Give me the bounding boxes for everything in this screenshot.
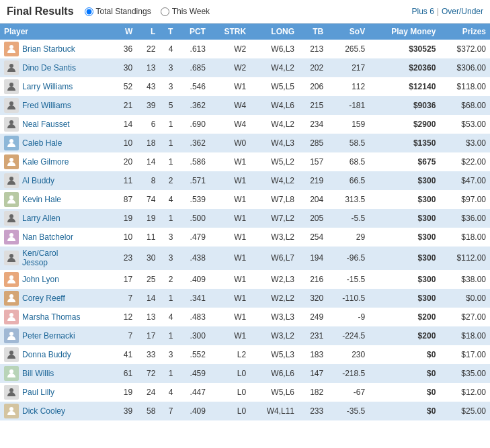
player-cell: Larry Allen [0, 209, 114, 228]
cell-sov: -96.5 [327, 247, 369, 270]
total-standings-option[interactable]: Total Standings [85, 7, 151, 16]
svg-point-15 [9, 332, 13, 336]
results-table: Player W L T PCT STRK LONG TB SoV Play M… [0, 24, 490, 420]
player-name[interactable]: Kevin Hale [22, 195, 61, 204]
cell-w: 19 [114, 209, 136, 228]
cell-prizes: $0.00 [440, 289, 490, 308]
player-cell: Larry Williams [0, 77, 114, 96]
cell-t: 7 [159, 402, 177, 420]
cell-sov: -218.5 [327, 364, 369, 383]
avatar [4, 211, 19, 226]
cell-w: 11 [114, 171, 136, 190]
cell-tb: 206 [298, 77, 327, 96]
cell-w: 19 [114, 383, 136, 402]
cell-pct: .341 [177, 289, 210, 308]
table-row: Corey Reeff 7141.341W1W2,L2320-110.5$300… [0, 289, 490, 308]
cell-sov: -181 [327, 96, 369, 115]
cell-strk: W1 [210, 247, 250, 270]
cell-w: 7 [114, 289, 136, 308]
cell-strk: L0 [210, 364, 250, 383]
svg-point-2 [9, 83, 13, 87]
cell-prizes: $372.00 [440, 40, 490, 58]
cell-t: 1 [159, 289, 177, 308]
cell-tb: 213 [298, 40, 327, 58]
cell-l: 13 [136, 308, 159, 326]
cell-t: 1 [159, 364, 177, 383]
player-name[interactable]: Brian Starbuck [22, 44, 75, 54]
player-name[interactable]: Nan Batchelor [22, 232, 73, 242]
cell-sov: 58.5 [327, 134, 369, 152]
page-header: Final Results Total Standings This Week … [0, 0, 490, 24]
cell-sov: 265.5 [327, 40, 369, 58]
cell-long: W4,L6 [250, 96, 298, 115]
player-name[interactable]: Al Buddy [22, 176, 54, 185]
cell-t: 2 [159, 270, 177, 289]
player-cell: Marsha Thomas [0, 308, 114, 326]
cell-l: 11 [136, 228, 159, 247]
cell-play-money: $300 [369, 228, 440, 247]
player-name[interactable]: Donna Buddy [22, 350, 71, 359]
cell-long: W7,L8 [250, 190, 298, 209]
cell-sov: -15.5 [327, 270, 369, 289]
svg-point-9 [9, 214, 13, 218]
table-row: Bill Willis 61721.459L0W6,L6147-218.5$0$… [0, 364, 490, 383]
col-pct: PCT [177, 24, 210, 40]
player-name[interactable]: John Lyon [22, 275, 59, 284]
svg-point-12 [9, 275, 13, 279]
player-name[interactable]: Dick Cooley [22, 406, 65, 416]
svg-point-10 [9, 233, 13, 237]
page-title: Final Results [7, 5, 74, 17]
cell-long: W3,L2 [250, 326, 298, 345]
cell-t: 3 [159, 345, 177, 364]
col-long: LONG [250, 24, 298, 40]
avatar [4, 272, 19, 287]
table-row: John Lyon 17252.409W1W2,L3216-15.5$300$3… [0, 270, 490, 289]
player-name[interactable]: Paul Lilly [22, 388, 54, 397]
table-row: Donna Buddy 41333.552L2W5,L3183230$0$17.… [0, 345, 490, 364]
this-week-radio[interactable] [161, 7, 169, 16]
cell-strk: L0 [210, 402, 250, 420]
avatar [4, 404, 19, 418]
cell-play-money: $20360 [369, 58, 440, 77]
player-name[interactable]: Dino De Santis [22, 63, 76, 73]
cell-t: 1 [159, 152, 177, 171]
cell-l: 8 [136, 171, 159, 190]
player-name[interactable]: Fred Williams [22, 101, 71, 110]
player-name[interactable]: Kale Gilmore [22, 157, 69, 167]
over-under-link[interactable]: Over/Under [442, 7, 483, 16]
cell-w: 21 [114, 96, 136, 115]
table-body: Brian Starbuck 36224.613W2W6,L3213265.5$… [0, 40, 490, 420]
cell-strk: W0 [210, 134, 250, 152]
cell-play-money: $300 [369, 190, 440, 209]
player-name[interactable]: Neal Fausset [22, 120, 70, 129]
player-name[interactable]: Peter Bernacki [22, 331, 75, 341]
plus6-link[interactable]: Plus 6 [411, 7, 434, 16]
player-name[interactable]: Larry Williams [22, 82, 73, 91]
cell-strk: W1 [210, 77, 250, 96]
this-week-option[interactable]: This Week [161, 7, 210, 16]
svg-point-19 [9, 407, 13, 411]
cell-pct: .409 [177, 402, 210, 420]
cell-long: W6,L6 [250, 364, 298, 383]
total-standings-radio[interactable] [85, 7, 93, 16]
cell-pct: .362 [177, 96, 210, 115]
player-name[interactable]: Corey Reeff [22, 294, 65, 303]
player-name[interactable]: Marsha Thomas [22, 312, 80, 322]
cell-w: 23 [114, 247, 136, 270]
player-name[interactable]: Larry Allen [22, 214, 60, 223]
player-name[interactable]: Bill Willis [22, 369, 54, 378]
player-name[interactable]: Ken/CarolJessop [22, 249, 58, 268]
cell-sov: 159 [327, 115, 369, 134]
player-name[interactable]: Caleb Hale [22, 138, 62, 148]
svg-point-6 [9, 158, 13, 162]
player-cell: Nan Batchelor [0, 228, 114, 247]
cell-pct: .300 [177, 326, 210, 345]
table-row: Kale Gilmore 20141.586W1W5,L215768.5$675… [0, 152, 490, 171]
player-cell: Al Buddy [0, 171, 114, 190]
cell-play-money: $12140 [369, 77, 440, 96]
cell-pct: .409 [177, 270, 210, 289]
cell-w: 10 [114, 228, 136, 247]
header-row: Player W L T PCT STRK LONG TB SoV Play M… [0, 24, 490, 40]
player-cell: Peter Bernacki [0, 326, 114, 345]
cell-l: 33 [136, 345, 159, 364]
